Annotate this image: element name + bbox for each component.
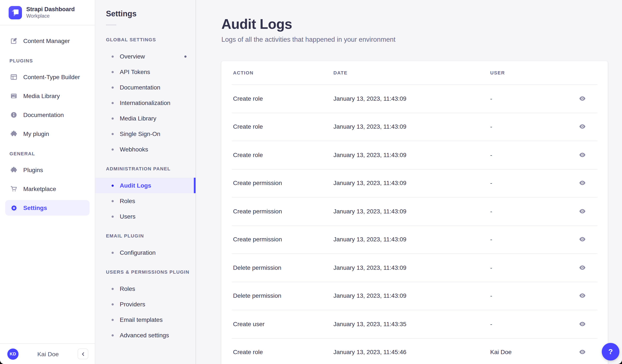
sidebar-item-label: Settings [23,204,47,211]
main-nav: Content Manager PLUGINS Content-Type Bui… [0,25,95,343]
view-log-button[interactable] [577,291,587,301]
view-log-button[interactable] [577,347,587,357]
plugins-icon [9,166,18,173]
bullet-dot-icon [112,252,114,254]
settings-item-label: Providers [120,301,145,308]
settings-item-media-library[interactable]: Media Library [95,110,195,126]
cell-action: Create user [221,321,322,328]
table-row[interactable]: Create role January 13, 2023, 11:43:09 - [221,112,608,141]
help-button[interactable]: ? [602,343,620,361]
view-log-button[interactable] [577,319,587,329]
cell-action: Create role [221,123,322,130]
cell-date: January 13, 2023, 11:43:09 [322,208,479,215]
table-row[interactable]: Create permission January 13, 2023, 11:4… [221,169,608,197]
settings-item-audit-logs[interactable]: Audit Logs [95,178,195,193]
settings-item-email-templates[interactable]: Email templates [95,312,195,328]
cell-date: January 13, 2023, 11:43:09 [322,180,479,186]
settings-item-up-roles[interactable]: Roles [95,281,195,296]
my-plugin-icon [9,130,18,137]
cell-user: - [479,151,565,158]
settings-item-label: API Tokens [120,68,150,75]
page-subtitle: Logs of all the activities that happened… [221,35,608,44]
settings-item-providers[interactable]: Providers [95,296,195,312]
collapse-sidebar-button[interactable] [78,348,88,359]
view-log-button[interactable] [577,150,587,160]
sidebar-item-media-library[interactable]: Media Library [5,88,90,104]
bullet-dot-icon [112,86,114,89]
settings-item-internationalization[interactable]: Internationalization [95,95,195,110]
sidebar-item-marketplace[interactable]: Marketplace [5,181,90,197]
sidebar-item-content-manager[interactable]: Content Manager [5,33,90,49]
cell-user: Kai Doe [479,349,565,356]
settings-item-webhooks[interactable]: Webhooks [95,142,195,157]
settings-item-single-sign-on[interactable]: Single Sign-On [95,126,195,142]
column-header-date: DATE [322,70,479,75]
table-row[interactable]: Delete permission January 13, 2023, 11:4… [221,282,608,310]
avatar[interactable]: KD [7,348,19,360]
eye-icon [579,95,586,102]
eye-icon [579,208,586,215]
strapi-logo-icon [9,6,22,19]
settings-item-api-tokens[interactable]: API Tokens [95,64,195,80]
cell-action: Create role [221,349,322,356]
column-header-user: USER [479,70,565,75]
settings-item-admin-users[interactable]: Users [95,209,195,224]
brand-text: Strapi Dashboard Workplace [26,6,75,19]
bullet-dot-icon [112,288,114,290]
settings-item-overview[interactable]: Overview [95,49,195,64]
view-log-button[interactable] [577,178,587,188]
settings-item-label: Roles [120,198,135,204]
workspace-title: Strapi Dashboard [26,6,75,13]
bullet-dot-icon [112,200,114,202]
view-log-button[interactable] [577,122,587,132]
workspace-brand[interactable]: Strapi Dashboard Workplace [0,0,95,25]
main-content: Audit Logs Logs of all the activities th… [196,0,622,364]
view-log-button[interactable] [577,206,587,217]
cell-action: Create permission [221,208,322,215]
sidebar-item-my-plugin[interactable]: My plugin [5,126,90,142]
cell-user: - [479,180,565,186]
table-row[interactable]: Create permission January 13, 2023, 11:4… [221,225,608,254]
cell-action: Create permission [221,236,322,243]
table-row[interactable]: Create user January 13, 2023, 11:43:35 - [221,310,608,338]
sidebar-item-plugins[interactable]: Plugins [5,162,90,178]
media-library-icon [9,92,18,99]
settings-item-configuration[interactable]: Configuration [95,245,195,260]
eye-icon [579,349,586,356]
view-log-button[interactable] [577,262,587,273]
section-users-permissions-plugin: USERS & PERMISSIONS PLUGIN [95,269,195,275]
table-row[interactable]: Delete permission January 13, 2023, 11:4… [221,254,608,282]
settings-item-advanced-settings[interactable]: Advanced settings [95,328,195,343]
settings-item-label: Audit Logs [120,182,151,189]
cell-user: - [479,264,565,271]
bullet-dot-icon [112,148,114,150]
audit-logs-table-card: ACTION DATE USER Create role January 13,… [221,61,608,364]
bullet-dot-icon [112,102,114,104]
table-row[interactable]: Create role January 13, 2023, 11:43:09 - [221,141,608,169]
settings-item-label: Documentation [120,84,160,91]
cell-date: January 13, 2023, 11:43:09 [322,264,479,271]
sidebar-item-label: Marketplace [23,185,56,192]
section-global-settings: GLOBAL SETTINGS [95,37,195,43]
bullet-dot-icon [112,184,114,186]
table-header-row: ACTION DATE USER [221,61,608,84]
bullet-dot-icon [112,303,114,305]
sidebar-item-documentation[interactable]: Documentation [5,107,90,123]
table-row[interactable]: Create permission January 13, 2023, 11:4… [221,197,608,225]
cell-action: Create permission [221,180,322,186]
settings-item-admin-roles[interactable]: Roles [95,193,195,209]
strapi-app-window: Strapi Dashboard Workplace Content Manag… [0,0,622,364]
cell-action: Delete permission [221,264,322,271]
user-name: Kai Doe [19,350,78,357]
table-row[interactable]: Create role January 13, 2023, 11:43:09 - [221,84,608,112]
bullet-dot-icon [112,319,114,321]
view-log-button[interactable] [577,234,587,245]
settings-item-label: Roles [120,285,135,292]
sidebar-item-settings[interactable]: Settings [5,200,90,216]
bullet-dot-icon [112,334,114,336]
table-row[interactable]: Create role January 13, 2023, 11:45:46 K… [221,338,608,364]
settings-item-documentation[interactable]: Documentation [95,80,195,95]
view-log-button[interactable] [577,93,587,104]
sidebar-item-content-type-builder[interactable]: Content-Type Builder [5,69,90,85]
cell-action: Delete permission [221,292,322,299]
